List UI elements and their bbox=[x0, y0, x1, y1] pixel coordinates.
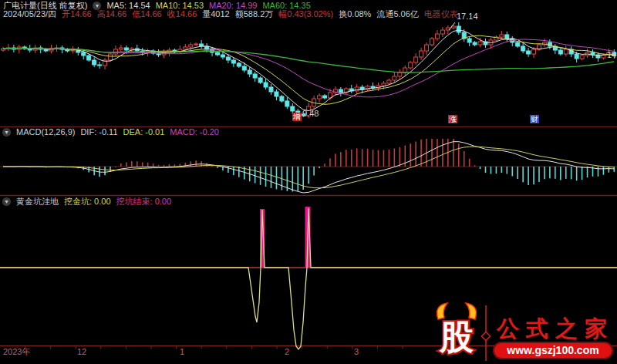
event-badge-zhang[interactable]: 涨 bbox=[448, 115, 457, 123]
event-badge-cai[interactable]: 财 bbox=[530, 115, 539, 123]
bull-horn-right-icon bbox=[466, 303, 477, 319]
range-value: 幅0.43(3.02%) bbox=[278, 10, 333, 19]
macd-value: MACD: -0.20 bbox=[170, 128, 219, 136]
period-low-label: 9.48 bbox=[302, 110, 319, 118]
axis-date-label: 2 bbox=[285, 347, 289, 356]
date-value: 2024/05/23/四 bbox=[3, 10, 56, 19]
period-high-label: 17.14 bbox=[457, 12, 478, 21]
pit-end-value: 挖坑结束: 0.00 bbox=[116, 197, 172, 206]
macd-title: MACD(12,26,9) bbox=[16, 128, 75, 136]
macd-header: ▾ MACD(12,26,9)DIF: -0.11DEA: -0.01MACD:… bbox=[2, 128, 219, 136]
dif-value: DIF: -0.11 bbox=[80, 128, 117, 136]
last-price-label: 14 bbox=[607, 51, 616, 59]
low-value: 低14.66 bbox=[132, 10, 162, 19]
event-badge-zeng[interactable]: 增 bbox=[292, 113, 302, 121]
brand-character: 股 bbox=[439, 318, 474, 356]
watermark-logo: 股 公式之家 www.gszj100.com bbox=[426, 301, 617, 362]
open-value: 开14.66 bbox=[62, 10, 92, 19]
close-value: 收14.66 bbox=[167, 10, 197, 19]
pit-header: ▾ 黄金坑洼地挖金坑: 0.00挖坑结束: 0.00 bbox=[2, 197, 171, 206]
logo-graphic: 股 公式之家 www.gszj100.com bbox=[426, 301, 617, 362]
bull-horn-left-icon bbox=[437, 303, 448, 319]
logo-diamond-icon bbox=[481, 332, 490, 340]
stock-app-window: 广电计量(日线 前复权) ▾ MA5: 14.54MA10: 14.53MA20… bbox=[0, 0, 617, 364]
collapse-macd-icon[interactable]: ▾ bbox=[2, 128, 11, 136]
collapse-pit-icon[interactable]: ▾ bbox=[2, 197, 11, 206]
turnover-value: 换0.08% bbox=[339, 10, 371, 19]
axis-date-label: 3 bbox=[354, 347, 359, 356]
volume-value: 量4012 bbox=[202, 10, 229, 19]
main-header-row2: 2024/05/23/四开14.66高14.66低14.66收14.66量401… bbox=[3, 10, 458, 19]
dea-value: DEA: -0.01 bbox=[123, 128, 165, 136]
pit-title: 黄金坑洼地 bbox=[16, 197, 59, 206]
dig-pit-value: 挖金坑: 0.00 bbox=[64, 197, 111, 206]
amount-value: 额588.2万 bbox=[235, 10, 274, 19]
site-name: 公式之家 bbox=[496, 316, 614, 341]
site-url: www.gszj100.com bbox=[506, 344, 598, 356]
axis-date-label: 2023年 bbox=[3, 347, 30, 356]
axis-date-label: 12 bbox=[77, 347, 86, 356]
high-value: 高14.66 bbox=[97, 10, 127, 19]
axis-date-label: 1 bbox=[180, 347, 184, 356]
sector-link: 电器仪表 bbox=[424, 10, 458, 19]
float-cap-value: 流通5.06亿 bbox=[376, 10, 418, 19]
